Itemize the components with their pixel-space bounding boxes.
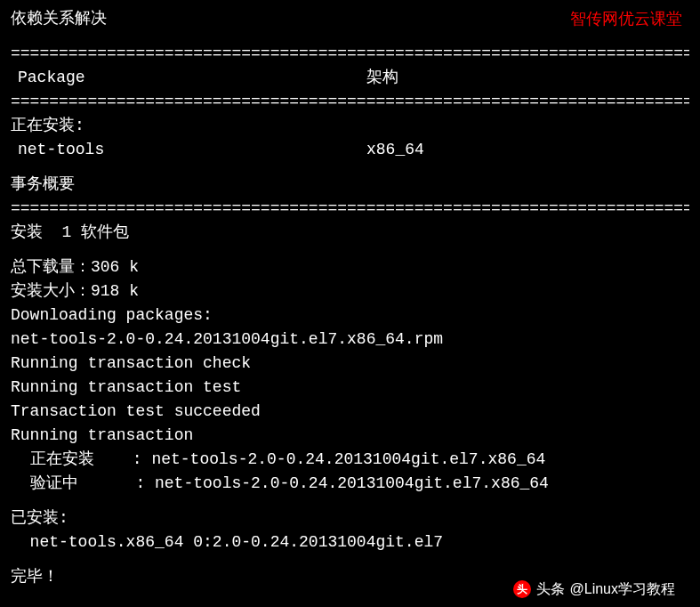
separator-line: ========================================… [11,90,689,114]
installing-step: 正在安装 : net-tools-2.0-0.24.20131004git.el… [11,448,689,472]
running-check: Running transaction check [11,352,689,376]
package-arch: x86_64 [366,138,689,162]
install-size: 安装大小：918 k [11,279,689,304]
test-succeeded: Transaction test succeeded [11,400,689,424]
watermark-text: 智传网优云课堂 [570,7,682,31]
package-row: net-tools x86_64 [11,138,689,162]
install-count: 安装 1 软件包 [11,221,689,245]
footer-label: 头条 [536,579,565,600]
transaction-summary-label: 事务概要 [11,173,689,197]
header-arch: 架构 [366,66,689,90]
footer-source: @Linux学习教程 [570,579,676,600]
header-package: Package [11,66,366,90]
running-transaction: Running transaction [11,424,689,448]
verifying-step: 验证中 : net-tools-2.0-0.24.20131004git.el7… [11,472,689,496]
toutiao-icon: 头 [513,580,531,598]
rpm-file: net-tools-2.0-0.24.20131004git.el7.x86_6… [11,328,689,352]
installed-package: net-tools.x86_64 0:2.0-0.24.20131004git.… [11,530,689,554]
installed-label: 已安装: [11,506,689,530]
total-download: 总下载量：306 k [11,255,689,279]
downloading-label: Downloading packages: [11,304,689,328]
separator-line: ========================================… [11,197,689,221]
footer-attribution: 头 头条 @Linux学习教程 [513,579,676,600]
running-test: Running transaction test [11,376,689,400]
separator-line: ========================================… [11,42,689,66]
table-header: Package 架构 [11,66,689,90]
installing-label: 正在安装: [11,114,689,138]
package-name: net-tools [11,138,366,162]
